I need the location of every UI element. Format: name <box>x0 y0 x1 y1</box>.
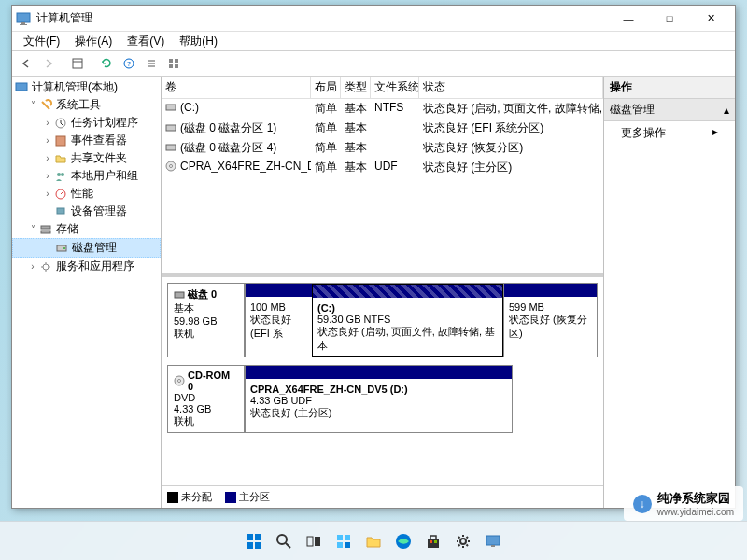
search-icon[interactable] <box>272 529 296 553</box>
expand-icon[interactable]: › <box>42 153 53 163</box>
tree-performance[interactable]: › 性能 <box>12 185 161 203</box>
svg-rect-2 <box>20 24 27 25</box>
collapse-icon[interactable]: ˅ <box>27 100 38 110</box>
legend-primary-swatch <box>225 492 236 503</box>
tree-disk-management[interactable]: 磁盘管理 <box>12 238 161 258</box>
compmgmt-icon[interactable] <box>481 529 505 553</box>
explorer-icon[interactable] <box>361 529 386 553</box>
svg-point-24 <box>63 247 65 249</box>
volume-row[interactable]: (磁盘 0 磁盘分区 4) 简单 基本 状态良好 (恢复分区) <box>162 138 603 158</box>
disk-row-cdrom[interactable]: CD-ROM 0 DVD 4.33 GB 联机 CPRA_X64FRE_ZH-C… <box>167 365 513 433</box>
svg-rect-22 <box>41 231 50 233</box>
drive-icon <box>165 142 178 155</box>
users-icon <box>53 169 68 184</box>
svg-point-33 <box>178 380 181 383</box>
collapse-icon[interactable]: ˅ <box>27 224 38 234</box>
toolbar: ? <box>12 50 735 77</box>
volume-row[interactable]: (C:) 简单 基本 NTFS 状态良好 (启动, 页面文件, 故障转储, 基本… <box>162 99 603 119</box>
disk-row-0[interactable]: 磁盘 0 基本 59.98 GB 联机 100 MB 状态良好 (EFI 系 <box>167 283 598 357</box>
expand-icon[interactable]: › <box>42 118 53 128</box>
titlebar[interactable]: 计算机管理 — □ ✕ <box>12 6 735 32</box>
taskbar[interactable] <box>0 521 747 560</box>
expand-icon[interactable]: › <box>27 261 38 272</box>
svg-rect-43 <box>345 535 350 540</box>
menu-help[interactable]: 帮助(H) <box>172 32 225 50</box>
partition-dvd[interactable]: CPRA_X64FRE_ZH-CN_DV5 (D:) 4.33 GB UDF 状… <box>245 366 512 432</box>
main-area: 计算机管理(本地) ˅ 系统工具 › 任务计划程序 › 事件查看器 › 共享文件… <box>12 77 735 508</box>
col-layout[interactable]: 布局 <box>311 77 341 98</box>
maximize-button[interactable]: □ <box>649 6 690 32</box>
computer-icon <box>14 80 29 95</box>
tree-task-scheduler[interactable]: › 任务计划程序 <box>12 114 161 132</box>
partition-recovery[interactable]: 599 MB 状态良好 (恢复分区) <box>503 284 597 357</box>
svg-rect-44 <box>337 542 343 548</box>
volume-list-header[interactable]: 卷 布局 类型 文件系统 状态 <box>162 77 603 99</box>
legend: 未分配 主分区 <box>162 485 603 508</box>
svg-rect-52 <box>491 545 495 547</box>
help-button[interactable]: ? <box>119 53 139 74</box>
svg-rect-35 <box>255 534 261 540</box>
disk-graphical-view[interactable]: 磁盘 0 基本 59.98 GB 联机 100 MB 状态良好 (EFI 系 <box>162 277 603 485</box>
list-button[interactable] <box>141 53 162 74</box>
disk-info[interactable]: 磁盘 0 基本 59.98 GB 联机 <box>168 284 245 357</box>
svg-point-18 <box>61 173 64 176</box>
edge-icon[interactable] <box>391 529 416 553</box>
expand-icon[interactable]: › <box>42 171 53 181</box>
col-filesystem[interactable]: 文件系统 <box>371 77 419 98</box>
store-icon[interactable] <box>421 529 445 553</box>
cdrom-info[interactable]: CD-ROM 0 DVD 4.33 GB 联机 <box>168 366 245 432</box>
task-view-icon[interactable] <box>302 529 326 553</box>
menu-view[interactable]: 查看(V) <box>120 32 172 50</box>
watermark: ↓ 纯净系统家园 www.yidaimei.com <box>624 486 743 521</box>
actions-panel: 操作 磁盘管理 ▴ 更多操作 ▸ <box>604 77 735 508</box>
partition-efi[interactable]: 100 MB 状态良好 (EFI 系 <box>245 284 312 357</box>
menu-action[interactable]: 操作(A) <box>67 32 120 50</box>
col-volume[interactable]: 卷 <box>162 77 311 98</box>
back-button[interactable] <box>16 53 36 74</box>
view-button[interactable] <box>67 53 88 74</box>
expand-icon[interactable]: › <box>42 135 53 146</box>
svg-rect-20 <box>57 208 64 214</box>
volume-row[interactable]: CPRA_X64FRE_ZH-CN_DV5 (D:) 简单 基本 UDF 状态良… <box>162 158 603 177</box>
navigation-tree[interactable]: 计算机管理(本地) ˅ 系统工具 › 任务计划程序 › 事件查看器 › 共享文件… <box>12 77 162 508</box>
tree-storage[interactable]: ˅ 存储 <box>12 220 161 238</box>
tree-shared-folders[interactable]: › 共享文件夹 <box>12 149 161 167</box>
col-type[interactable]: 类型 <box>341 77 371 98</box>
svg-rect-11 <box>175 59 178 63</box>
menubar: 文件(F) 操作(A) 查看(V) 帮助(H) <box>12 32 735 50</box>
watermark-icon: ↓ <box>633 495 652 513</box>
close-button[interactable]: ✕ <box>690 6 731 32</box>
svg-rect-12 <box>169 64 173 68</box>
widgets-icon[interactable] <box>331 529 356 553</box>
svg-rect-28 <box>166 145 176 150</box>
center-panel: 卷 布局 类型 文件系统 状态 (C:) 简单 基本 NTFS 状态良好 (启动… <box>162 77 604 508</box>
disk-icon <box>54 241 69 256</box>
svg-rect-34 <box>247 534 253 540</box>
actions-more[interactable]: 更多操作 ▸ <box>604 121 735 145</box>
svg-rect-47 <box>428 539 439 548</box>
tree-system-tools[interactable]: ˅ 系统工具 <box>12 96 161 114</box>
refresh-button[interactable] <box>96 53 117 74</box>
volume-row[interactable]: (磁盘 0 磁盘分区 1) 简单 基本 状态良好 (EFI 系统分区) <box>162 119 603 138</box>
minimize-button[interactable]: — <box>608 6 649 32</box>
partition-c[interactable]: (C:) 59.30 GB NTFS 状态良好 (启动, 页面文件, 故障转储,… <box>312 284 503 357</box>
settings-icon[interactable] <box>451 529 475 553</box>
tree-services-apps[interactable]: › 服务和应用程序 <box>12 258 161 275</box>
start-button[interactable] <box>242 529 266 553</box>
menu-file[interactable]: 文件(F) <box>16 32 67 50</box>
actions-section-diskmgmt[interactable]: 磁盘管理 ▴ <box>604 99 735 121</box>
svg-point-38 <box>277 535 287 544</box>
event-icon <box>53 133 68 148</box>
volume-list[interactable]: 卷 布局 类型 文件系统 状态 (C:) 简单 基本 NTFS 状态良好 (启动… <box>162 77 603 277</box>
tree-device-manager[interactable]: 设备管理器 <box>12 203 161 220</box>
tree-root[interactable]: 计算机管理(本地) <box>12 78 161 96</box>
forward-button[interactable] <box>38 53 59 74</box>
col-status[interactable]: 状态 <box>419 77 603 98</box>
svg-point-17 <box>57 173 61 176</box>
chevron-right-icon: ▸ <box>712 125 718 141</box>
grid-button[interactable] <box>163 53 184 74</box>
folder-icon <box>53 151 68 166</box>
tree-event-viewer[interactable]: › 事件查看器 <box>12 132 161 149</box>
expand-icon[interactable]: › <box>42 189 53 199</box>
tree-local-users[interactable]: › 本地用户和组 <box>12 167 161 185</box>
